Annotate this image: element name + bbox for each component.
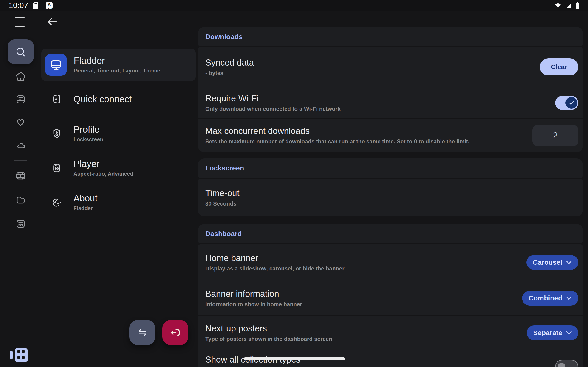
max-downloads-value-field[interactable]: 2	[532, 125, 578, 146]
next-up-posters-dropdown[interactable]: Separate	[527, 325, 578, 340]
battery-icon	[576, 2, 579, 9]
nav-item-title: Quick connect	[73, 94, 132, 104]
hamburger-menu-icon[interactable]	[15, 17, 25, 27]
gamepad-overlay-icon	[10, 348, 28, 362]
section-dashboard: Dashboard Home banner Display as a slide…	[198, 224, 583, 367]
rail-item-videos[interactable]	[15, 171, 26, 181]
show-all-collection-types-toggle[interactable]	[555, 360, 578, 367]
library-book-icon	[15, 94, 26, 105]
nav-item-quick-connect[interactable]: Quick connect	[41, 83, 196, 115]
nav-item-title: About	[73, 193, 98, 203]
row-max-concurrent-downloads[interactable]: Max concurrent downloads Sets the maximu…	[198, 118, 583, 152]
row-banner-information[interactable]: Banner information Information to show i…	[198, 281, 583, 315]
dropdown-value: Combined	[528, 294, 562, 302]
logout-fab[interactable]	[162, 320, 188, 345]
swap-fab[interactable]	[129, 320, 155, 345]
cellular-signal-icon	[565, 3, 571, 8]
row-title: Home banner	[205, 253, 517, 263]
status-bar: 10:07 A ...	[0, 0, 588, 11]
max-downloads-value: 2	[553, 131, 558, 140]
clear-button[interactable]: Clear	[540, 58, 578, 75]
section-downloads: Downloads Synced data - bytes Clear Requ…	[198, 27, 583, 152]
nav-item-fladder[interactable]: Fladder General, Time-out, Layout, Theme	[41, 49, 196, 81]
row-next-up-posters[interactable]: Next-up posters Type of posters shown in…	[198, 315, 583, 350]
rail-item-favorites[interactable]	[15, 117, 26, 127]
toggle-thumb	[565, 97, 577, 109]
row-title: Banner information	[205, 289, 513, 299]
search-icon	[15, 46, 27, 58]
section-header: Downloads	[198, 27, 583, 46]
row-time-out[interactable]: Time-out 30 Seconds	[198, 179, 583, 216]
dropdown-value: Carousel	[533, 259, 562, 266]
section-label: Downloads	[205, 33, 242, 41]
rail-item-library[interactable]	[15, 94, 26, 105]
nav-item-subtitle: Lockscreen	[73, 136, 103, 143]
fladder-bird-logo-icon	[47, 192, 67, 212]
back-arrow-icon[interactable]	[46, 16, 58, 27]
heart-icon	[15, 117, 26, 127]
nav-item-title: Fladder	[74, 56, 160, 66]
rail-item-folder[interactable]	[15, 195, 26, 205]
nav-item-player[interactable]: Player Aspect-ratio, Advanced	[41, 152, 196, 184]
row-title: Next-up posters	[205, 324, 518, 334]
nav-item-subtitle: Aspect-ratio, Advanced	[73, 171, 133, 177]
cloud-icon	[15, 140, 26, 150]
monitor-icon	[45, 54, 67, 76]
section-label: Lockscreen	[205, 164, 244, 172]
chevron-down-icon	[566, 261, 572, 264]
section-header: Dashboard	[198, 224, 583, 243]
quick-connect-icon	[47, 89, 67, 109]
section-lockscreen: Lockscreen Time-out 30 Seconds	[198, 158, 583, 216]
row-synced-data[interactable]: Synced data - bytes Clear	[198, 47, 583, 87]
clock: 10:07	[9, 1, 28, 10]
chevron-down-icon	[566, 296, 572, 300]
row-subtitle: 30 Seconds	[205, 200, 569, 207]
nav-item-about[interactable]: About Fladder	[41, 186, 196, 218]
section-header: Lockscreen	[198, 158, 583, 178]
row-subtitle: Type of posters shown in the dashboard s…	[205, 336, 518, 342]
letter-a-app-icon: A ...	[46, 2, 52, 9]
rail-item-home[interactable]	[15, 71, 26, 82]
rail-item-sync[interactable]	[15, 140, 26, 150]
fladder-settings-screen: 10:07 A ...	[0, 0, 588, 367]
nav-item-subtitle: General, Time-out, Layout, Theme	[74, 68, 160, 74]
dropdown-value: Separate	[533, 329, 562, 337]
home-icon	[15, 71, 26, 82]
rail-item-collections[interactable]	[15, 219, 26, 229]
nav-item-title: Player	[73, 159, 133, 169]
logout-icon	[170, 327, 182, 339]
wifi-icon	[554, 3, 561, 8]
chevron-down-icon	[566, 331, 572, 335]
home-banner-dropdown[interactable]: Carousel	[527, 255, 578, 270]
collections-icon	[15, 219, 26, 229]
require-wifi-toggle[interactable]	[555, 96, 578, 110]
row-subtitle: Information to show in home banner	[205, 301, 513, 308]
row-title: Time-out	[205, 188, 569, 198]
settings-content: Downloads Synced data - bytes Clear Requ…	[198, 27, 583, 367]
section-label: Dashboard	[205, 230, 242, 238]
check-icon	[568, 99, 575, 106]
banner-information-dropdown[interactable]: Combined	[522, 291, 578, 306]
sd-card-icon	[32, 2, 38, 9]
row-require-wifi[interactable]: Require Wi-Fi Only download when connect…	[198, 87, 583, 118]
nav-item-title: Profile	[73, 124, 103, 135]
rail-divider	[14, 160, 27, 161]
folder-icon	[15, 195, 26, 205]
row-subtitle: Only download when connected to a Wi-Fi …	[205, 106, 546, 112]
row-title: Require Wi-Fi	[205, 94, 546, 103]
row-subtitle: - bytes	[205, 70, 531, 76]
row-subtitle: Sets the maximum number of downloads tha…	[205, 138, 523, 145]
row-home-banner[interactable]: Home banner Display as a slideshow, caro…	[198, 244, 583, 281]
swap-arrows-icon	[137, 327, 148, 339]
gesture-navigation-pill[interactable]	[244, 357, 345, 360]
row-subtitle: Display as a slideshow, carousel, or hid…	[205, 265, 517, 272]
toggle-thumb	[558, 363, 565, 367]
nav-item-profile[interactable]: Profile Lockscreen	[41, 117, 196, 150]
film-icon	[15, 171, 26, 181]
row-title: Max concurrent downloads	[205, 126, 523, 136]
row-title: Synced data	[205, 58, 531, 68]
settings-nav: Fladder General, Time-out, Layout, Theme…	[41, 49, 196, 221]
nav-item-subtitle: Fladder	[73, 205, 98, 211]
shield-profile-icon	[47, 124, 67, 143]
rail-item-search[interactable]	[8, 40, 34, 64]
